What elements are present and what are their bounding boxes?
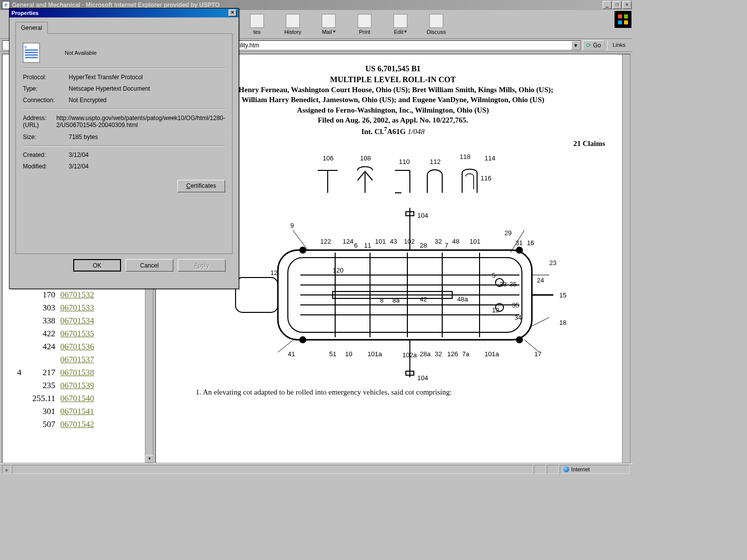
list-item: 33806701534 bbox=[6, 314, 141, 327]
size-label: Size: bbox=[23, 134, 69, 140]
svg-rect-0 bbox=[618, 14, 622, 18]
svg-point-33 bbox=[516, 337, 522, 343]
favorites-icon bbox=[250, 14, 264, 28]
patent-link[interactable]: 06701539 bbox=[60, 381, 94, 390]
figure-ref-label: 6 bbox=[354, 242, 358, 249]
patent-link[interactable]: 06701542 bbox=[60, 420, 94, 429]
size-value: 7185 bytes bbox=[69, 134, 225, 140]
figure-ref-label: 11 bbox=[364, 242, 371, 249]
dialog-close-button[interactable]: ✕ bbox=[229, 9, 237, 16]
figure-ref-label: 122 bbox=[320, 238, 331, 245]
ok-button[interactable]: OK bbox=[73, 259, 121, 272]
patent-link[interactable]: 06701535 bbox=[60, 329, 94, 338]
figure-ref-label: 101a bbox=[485, 350, 499, 358]
status-zone: Internet bbox=[560, 465, 629, 474]
tab-general[interactable]: General bbox=[15, 22, 48, 34]
apply-button: Apply bbox=[178, 259, 226, 272]
patent-link[interactable]: 06701534 bbox=[60, 316, 94, 325]
patent-link[interactable]: 06701538 bbox=[60, 368, 94, 377]
patent-filed: Filed on Aug. 26, 2002, as Appl. No. 10/… bbox=[221, 115, 565, 125]
dialog-tabstrip: General bbox=[15, 21, 233, 34]
patent-link[interactable]: 06701537 bbox=[60, 355, 94, 364]
patent-link[interactable]: 06701541 bbox=[60, 407, 94, 416]
properties-dialog: Properties ✕ General e Not Available Pro… bbox=[9, 8, 239, 289]
history-button[interactable]: History bbox=[275, 13, 311, 36]
figure-ref-label: 106 bbox=[323, 154, 334, 162]
address-dropdown-icon[interactable]: ▾ bbox=[571, 41, 580, 50]
throbber-icon bbox=[615, 11, 631, 28]
print-button[interactable]: Print bbox=[347, 13, 382, 36]
protocol-label: Protocol: bbox=[23, 74, 69, 81]
protocol-value: HyperText Transfer Protocol bbox=[69, 74, 225, 81]
patent-link[interactable]: 06701533 bbox=[60, 303, 94, 312]
patent-inventors: d Henry Ferneau, Washington Court House,… bbox=[221, 85, 565, 105]
figure-ref-label: 35 bbox=[509, 280, 516, 288]
created-label: Created: bbox=[23, 151, 69, 158]
figure-ref-label: 24 bbox=[537, 277, 544, 284]
connection-value: Not Encrypted bbox=[69, 97, 225, 104]
patent-claims-count: 21 Claims bbox=[573, 139, 605, 148]
discuss-button[interactable]: Discuss bbox=[418, 13, 454, 36]
figure-ref-label: 101 bbox=[375, 238, 386, 245]
type-label: Type: bbox=[23, 85, 69, 92]
figure-ref-label: 32 bbox=[435, 350, 442, 358]
list-item: 42406701536 bbox=[6, 340, 141, 353]
status-bar: e Internet bbox=[0, 463, 632, 474]
figure-ref-label: 29 bbox=[504, 229, 511, 237]
figure-ref-label: 114 bbox=[485, 154, 496, 162]
tab-general-page: e Not Available Protocol: HyperText Tran… bbox=[15, 34, 233, 254]
restore-button[interactable]: ❐ bbox=[613, 1, 622, 9]
edit-icon bbox=[393, 14, 407, 28]
patent-int-cl: Int. Cl.7A61G 1/048 bbox=[221, 125, 565, 137]
dialog-title: Properties bbox=[11, 10, 38, 16]
document-icon: e bbox=[23, 43, 40, 63]
minimize-button[interactable]: _ bbox=[603, 1, 612, 9]
mail-button[interactable]: Mail▾ bbox=[311, 13, 347, 36]
list-item: 23506701539 bbox=[6, 379, 141, 392]
status-pad-1 bbox=[534, 465, 546, 474]
favorites-button-partial[interactable]: tes bbox=[239, 13, 275, 36]
address-value[interactable]: http://www.uspto.gov/web/patents/patog/w… bbox=[56, 115, 225, 129]
figure-ref-label: 33 bbox=[499, 280, 506, 288]
figure-ref-label: 41 bbox=[288, 350, 295, 358]
figure-ref-label: 108 bbox=[360, 154, 371, 162]
status-pad-2 bbox=[547, 465, 559, 474]
figure-ref-label: 23 bbox=[549, 259, 556, 267]
patent-link[interactable]: 06701532 bbox=[60, 290, 94, 299]
figure-ref-label: 112 bbox=[430, 158, 441, 165]
svg-rect-2 bbox=[618, 20, 622, 24]
cancel-button[interactable]: Cancel bbox=[125, 259, 173, 272]
close-button[interactable]: ✕ bbox=[622, 1, 631, 9]
figure-ref-label: 32 bbox=[435, 238, 442, 245]
figure-ref-label: 104 bbox=[417, 212, 428, 219]
certificates-button[interactable]: Certificates bbox=[177, 180, 225, 192]
figure-ref-label: 42 bbox=[420, 295, 427, 303]
svg-rect-11 bbox=[236, 278, 278, 312]
status-message bbox=[12, 465, 533, 474]
figure-ref-label: 102a bbox=[402, 351, 417, 359]
go-button[interactable]: ⟳ Go bbox=[583, 40, 605, 50]
edit-button[interactable]: Edit▾ bbox=[382, 13, 418, 36]
patent-assigned: Assigned to Ferno-Washington, Inc., Wilm… bbox=[221, 105, 565, 115]
figure-ref-label: 101 bbox=[470, 238, 481, 245]
figure-ref-label: 48 bbox=[452, 238, 459, 245]
scroll-down-icon[interactable]: ▾ bbox=[145, 455, 153, 463]
figure-ref-label: 7a bbox=[462, 350, 470, 358]
figure-ref-label: 5 bbox=[492, 272, 496, 279]
list-item: 421706701538 bbox=[6, 366, 141, 379]
figure-ref-label: 120 bbox=[333, 267, 344, 274]
patent-claim-1: 1. An elevating cot adapted to be rolled… bbox=[196, 387, 565, 397]
svg-rect-1 bbox=[624, 14, 628, 18]
links-toolbar[interactable]: Links bbox=[607, 40, 630, 50]
modified-label: Modified: bbox=[23, 163, 69, 170]
patent-link[interactable]: 06701536 bbox=[60, 342, 94, 351]
figure-ref-label: 124 bbox=[343, 238, 354, 245]
patent-link[interactable]: 06701540 bbox=[60, 394, 94, 403]
svg-rect-3 bbox=[624, 20, 628, 24]
figure-ref-label: 118 bbox=[460, 153, 471, 160]
right-scrollbar[interactable] bbox=[622, 54, 630, 463]
patent-title: MULTIPLE LEVEL ROLL-IN COT bbox=[221, 74, 565, 85]
figure-ref-label: 35 bbox=[512, 301, 519, 309]
dialog-titlebar[interactable]: Properties ✕ bbox=[9, 8, 239, 17]
history-icon bbox=[286, 14, 300, 28]
